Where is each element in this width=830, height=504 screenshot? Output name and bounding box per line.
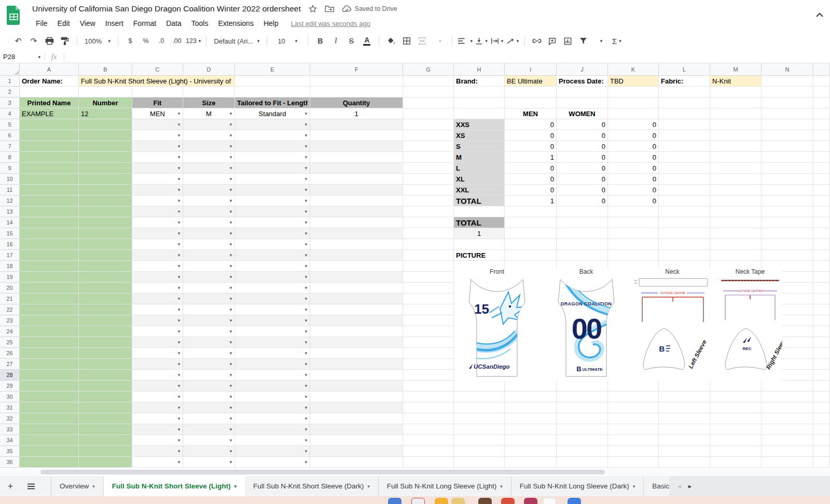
cell-M16[interactable] — [710, 239, 762, 250]
cell-D31[interactable]: ▼ — [183, 402, 235, 413]
cell-B24[interactable] — [79, 326, 132, 337]
cell-F6[interactable] — [310, 130, 403, 141]
column-header-B[interactable]: B — [79, 63, 132, 76]
tab-full-sub-nknit-long-sleeve-dark[interactable]: Full Sub N-Knit Long Sleeve (Dark)▾ — [511, 476, 644, 496]
cell-H14[interactable]: TOTAL — [454, 217, 505, 228]
cell-J29[interactable] — [557, 381, 608, 391]
cell-A1[interactable]: Order Name: — [20, 76, 79, 87]
dropdown-arrow[interactable]: ▼ — [229, 384, 233, 388]
cell-X36[interactable] — [813, 457, 830, 468]
cell-C31[interactable]: ▼ — [132, 402, 183, 413]
dropdown-arrow[interactable]: ▼ — [177, 231, 181, 236]
cell-F7[interactable] — [310, 141, 403, 152]
column-header-M[interactable]: M — [710, 63, 762, 76]
all-sheets-button[interactable] — [21, 476, 42, 496]
cell-G36[interactable] — [403, 457, 454, 468]
cell-X17[interactable] — [813, 250, 830, 261]
cell-G23[interactable] — [403, 315, 454, 326]
cell-L33[interactable] — [659, 424, 710, 435]
dropdown-arrow[interactable]: ▼ — [304, 438, 308, 443]
cell-X2[interactable] — [813, 87, 830, 97]
cell-E20[interactable]: ▼ — [235, 283, 310, 293]
cell-X30[interactable] — [813, 391, 830, 402]
cell-X11[interactable] — [813, 185, 830, 195]
row-header-18[interactable]: 18 — [0, 261, 20, 272]
cell-B12[interactable] — [79, 195, 132, 206]
cell-F26[interactable] — [310, 348, 403, 359]
dropdown-arrow[interactable]: ▼ — [177, 144, 181, 149]
cell-N32[interactable] — [762, 413, 813, 424]
dropdown-arrow[interactable]: ▼ — [177, 405, 181, 410]
cell-X34[interactable] — [813, 435, 830, 446]
cell-F33[interactable] — [310, 424, 403, 435]
row-header-3[interactable]: 3 — [0, 97, 20, 108]
dropdown-arrow[interactable]: ▼ — [229, 427, 233, 432]
name-box[interactable]: P28▾ — [0, 53, 45, 61]
column-header-A[interactable]: A — [20, 63, 79, 76]
column-header-I[interactable]: I — [505, 63, 557, 76]
cell-D4[interactable]: M▼ — [183, 108, 235, 119]
dropdown-arrow[interactable]: ▼ — [229, 405, 233, 410]
cell-L17[interactable] — [659, 250, 710, 261]
cell-M13[interactable] — [710, 206, 762, 217]
cell-D9[interactable]: ▼ — [183, 163, 235, 174]
cell-J33[interactable] — [557, 424, 608, 435]
cell-J5[interactable]: 0 — [557, 119, 608, 130]
cell-E2[interactable] — [235, 87, 310, 97]
cell-L8[interactable] — [659, 152, 710, 163]
cell-I8[interactable]: 1 — [505, 152, 557, 163]
dropdown-arrow[interactable]: ▼ — [229, 111, 233, 116]
cell-M14[interactable] — [710, 217, 762, 228]
cell-L15[interactable] — [659, 228, 710, 239]
cell-K36[interactable] — [608, 457, 659, 468]
cell-I13[interactable] — [505, 206, 557, 217]
row-header-9[interactable]: 9 — [0, 163, 20, 174]
cell-I35[interactable] — [505, 446, 557, 457]
cell-C34[interactable]: ▼ — [132, 435, 183, 446]
cell-H5[interactable]: XXS — [454, 119, 505, 130]
row-header-31[interactable]: 31 — [0, 402, 20, 413]
row-header-5[interactable]: 5 — [0, 119, 20, 130]
cell-I33[interactable] — [505, 424, 557, 435]
add-sheet-button[interactable]: + — [0, 476, 21, 496]
dropdown-arrow[interactable]: ▼ — [304, 220, 308, 225]
cell-J2[interactable] — [557, 87, 608, 97]
cell-F15[interactable] — [310, 228, 403, 239]
cell-B8[interactable] — [79, 152, 132, 163]
row-header-15[interactable]: 15 — [0, 228, 20, 239]
cell-A32[interactable] — [20, 413, 79, 424]
dropdown-arrow[interactable]: ▼ — [177, 166, 181, 171]
cell-F9[interactable] — [310, 163, 403, 174]
cell-C36[interactable]: ▼ — [132, 457, 183, 468]
horizontal-align-icon[interactable]: ▾ — [458, 34, 473, 48]
cell-G5[interactable] — [403, 119, 454, 130]
row-header-20[interactable]: 20 — [0, 283, 20, 293]
cell-E25[interactable]: ▼ — [235, 337, 310, 348]
cell-D30[interactable]: ▼ — [183, 391, 235, 402]
dropdown-arrow[interactable]: ▼ — [177, 416, 181, 421]
dock-app-7[interactable] — [524, 498, 537, 504]
cell-E1[interactable] — [235, 76, 310, 87]
dropdown-arrow[interactable]: ▼ — [304, 427, 308, 432]
cell-M35[interactable] — [710, 446, 762, 457]
cell-N36[interactable] — [762, 457, 813, 468]
cell-D8[interactable]: ▼ — [183, 152, 235, 163]
cell-A11[interactable] — [20, 185, 79, 195]
cell-A36[interactable] — [20, 457, 79, 468]
cell-C18[interactable]: ▼ — [132, 261, 183, 272]
cell-D2[interactable] — [183, 87, 235, 97]
dock-app-3[interactable] — [435, 498, 448, 504]
row-header-28[interactable]: 28 — [0, 370, 20, 381]
cell-I15[interactable] — [505, 228, 557, 239]
cell-X6[interactable] — [813, 130, 830, 141]
dropdown-arrow[interactable]: ▼ — [229, 307, 233, 312]
cell-M9[interactable] — [710, 163, 762, 174]
cell-N12[interactable] — [762, 195, 813, 206]
cell-H2[interactable] — [454, 87, 505, 97]
cell-C11[interactable]: ▼ — [132, 185, 183, 195]
cell-E26[interactable]: ▼ — [235, 348, 310, 359]
dropdown-arrow[interactable]: ▼ — [304, 449, 308, 454]
cell-K16[interactable] — [608, 239, 659, 250]
cell-H13[interactable] — [454, 206, 505, 217]
dropdown-arrow[interactable]: ▼ — [177, 220, 181, 225]
